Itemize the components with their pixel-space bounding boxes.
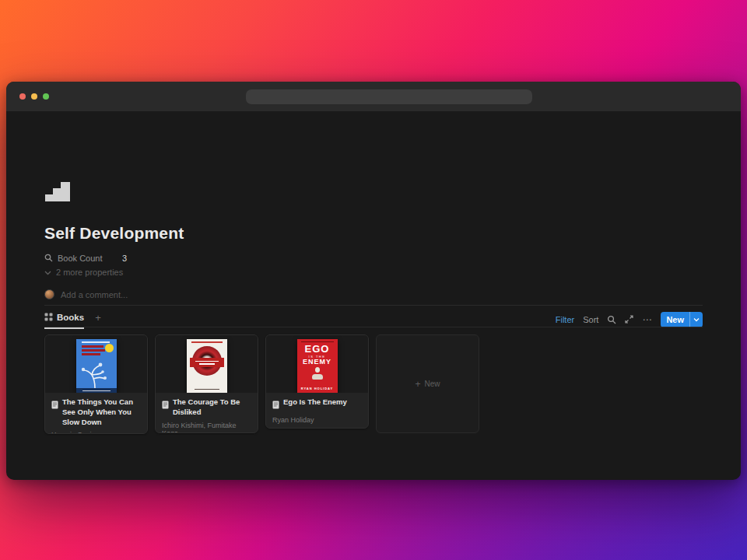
zoom-button[interactable] <box>43 93 49 100</box>
page-content: Self Development Book Count 3 2 more pro… <box>6 111 741 480</box>
book-title: The Courage To Be Disliked <box>173 397 251 418</box>
book-author: Ichiro Kishimi, Fumitake Koga <box>162 422 251 433</box>
cover-title-line: ENEMY <box>297 359 338 366</box>
more-options-button[interactable]: ⋯ <box>642 316 652 324</box>
app-window: Self Development Book Count 3 2 more pro… <box>6 82 741 480</box>
tab-books-label: Books <box>57 313 84 322</box>
cover-author-line: RYAN HOLIDAY <box>297 387 338 390</box>
minimize-button[interactable] <box>31 93 37 100</box>
new-button[interactable]: New <box>661 312 703 327</box>
chevron-down-icon <box>44 268 51 277</box>
property-book-count[interactable]: Book Count 3 <box>44 252 127 264</box>
expand-icon[interactable] <box>625 315 633 324</box>
new-button-label[interactable]: New <box>661 312 689 327</box>
tab-books[interactable]: Books <box>44 310 84 329</box>
comment-input[interactable]: Add a comment... <box>44 289 128 299</box>
traffic-lights <box>19 93 49 100</box>
view-tab-bar: Books + <box>44 312 101 327</box>
window-titlebar <box>6 82 741 111</box>
cover-art-courage <box>187 339 227 393</box>
new-dropdown-caret[interactable] <box>689 312 703 327</box>
divider <box>44 327 703 327</box>
more-properties-toggle[interactable]: 2 more properties <box>44 268 123 277</box>
plus-icon: + <box>415 379 420 390</box>
sort-button[interactable]: Sort <box>583 315 598 324</box>
book-author: Ryan Holiday <box>272 416 362 424</box>
book-author: Haemin Sunim <box>51 431 141 434</box>
property-value[interactable]: 3 <box>122 254 127 263</box>
property-label: Book Count <box>58 254 114 263</box>
close-button[interactable] <box>19 93 26 100</box>
view-toolbar: Filter Sort ⋯ New <box>556 312 703 327</box>
book-title: Ego Is The Enemy <box>283 397 347 408</box>
filter-button[interactable]: Filter <box>556 315 574 324</box>
new-card-label: New <box>425 380 440 388</box>
book-card-ego[interactable]: EGO IS THE ENEMY RYAN HOLIDAY Ego Is The… <box>265 334 369 429</box>
cover-art-ego: EGO IS THE ENEMY RYAN HOLIDAY <box>297 339 338 393</box>
book-cover <box>45 335 147 393</box>
titlebar-search-field[interactable] <box>246 89 532 104</box>
divider <box>44 305 703 306</box>
more-properties-label: 2 more properties <box>56 268 123 277</box>
page-doc-icon <box>272 398 279 412</box>
stairs-icon[interactable] <box>44 181 71 202</box>
comment-placeholder: Add a comment... <box>61 290 128 299</box>
avatar <box>44 289 54 299</box>
gallery-view: The Things You Can See Only When You Slo… <box>44 334 479 434</box>
cover-art-slow-down <box>76 339 117 393</box>
book-cover: EGO IS THE ENEMY RYAN HOLIDAY <box>266 335 368 393</box>
book-card-courage[interactable]: The Courage To Be Disliked Ichiro Kishim… <box>155 334 258 433</box>
cover-title-line: EGO <box>297 344 338 354</box>
new-page-card[interactable]: + New <box>376 334 479 433</box>
book-title: The Things You Can See Only When You Slo… <box>62 397 141 427</box>
page-title[interactable]: Self Development <box>44 224 184 243</box>
book-card-slow-down[interactable]: The Things You Can See Only When You Slo… <box>44 334 148 434</box>
rollup-search-icon <box>44 251 53 265</box>
gallery-view-icon <box>44 310 53 324</box>
page-doc-icon <box>162 398 169 412</box>
add-view-button[interactable]: + <box>95 312 101 327</box>
search-icon[interactable] <box>607 315 616 324</box>
sun-graphic <box>105 344 114 352</box>
book-cover <box>156 335 258 393</box>
page-doc-icon <box>51 398 58 412</box>
bust-statue-graphic <box>311 367 324 380</box>
